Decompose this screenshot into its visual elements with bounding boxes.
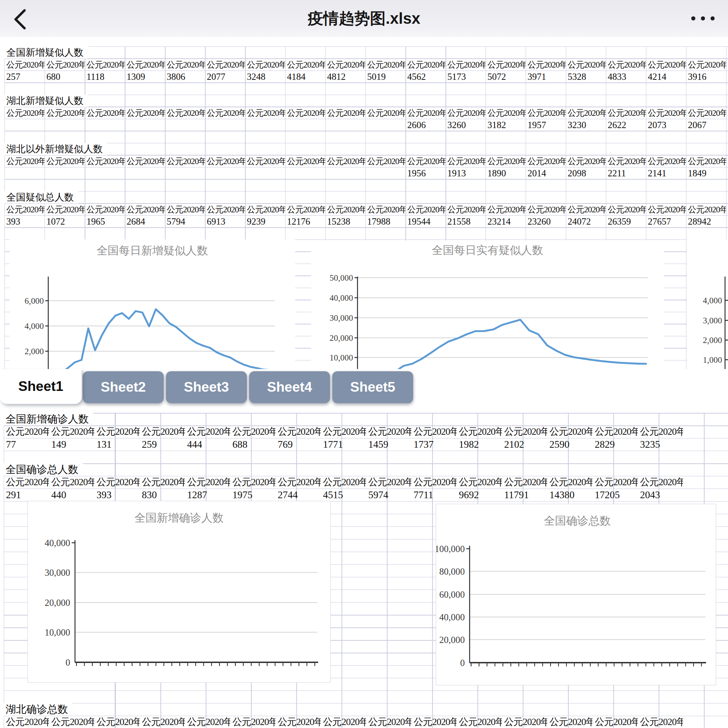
table-cell[interactable]: 公元2020年 [365, 107, 405, 119]
table-cell[interactable]: 公元2020年1月20日 [4, 425, 49, 438]
table-cell[interactable]: 5072 [486, 70, 526, 83]
table-cell[interactable] [44, 167, 85, 179]
table-cell[interactable]: 公元2020年 [321, 716, 366, 728]
table-cell[interactable]: 公元2020年 [139, 716, 185, 728]
table-cell[interactable]: 444 [185, 438, 230, 451]
table-cell[interactable]: 公元2020年 [686, 59, 726, 71]
table-cell[interactable]: 5019 [365, 70, 405, 83]
table-cell[interactable]: 公元2020年 [547, 425, 592, 438]
table-cell[interactable]: 公元2020年 [165, 107, 205, 119]
table-cell[interactable] [325, 119, 365, 131]
table-cell[interactable]: 公元2020年 [486, 155, 526, 167]
table-cell[interactable]: 公元2020年 [686, 107, 726, 119]
table-cell[interactable]: 公元2020年 [405, 107, 445, 119]
table-cell[interactable]: 公元2020年 [566, 107, 606, 119]
table-cell[interactable]: 公元2020年 [502, 476, 547, 489]
table-cell[interactable]: 3182 [486, 119, 526, 131]
table-cell[interactable]: 2 [726, 119, 728, 131]
back-icon[interactable] [12, 8, 28, 31]
table-cell[interactable] [5, 119, 44, 131]
table-cell[interactable]: 9239 [245, 215, 285, 228]
table-cell[interactable]: 公元2020年 [205, 59, 245, 71]
table-cell[interactable]: 2014 [526, 167, 566, 179]
table-cell[interactable]: 公元2020年 [49, 716, 94, 728]
table-cell[interactable]: 公元2020年 [185, 476, 230, 489]
table-cell[interactable]: 23214 [486, 215, 526, 228]
table-cell[interactable]: 公元2020年 [445, 203, 486, 216]
table-cell[interactable]: 4214 [646, 70, 686, 83]
table-cell[interactable] [165, 167, 205, 179]
table-cell[interactable]: 公元2020年 [125, 59, 165, 71]
tab-sheet2[interactable]: Sheet2 [83, 371, 164, 403]
table-cell[interactable]: 公元2020年 [205, 155, 245, 167]
more-options-icon[interactable] [691, 16, 715, 20]
table-cell[interactable]: 公元2020年 [5, 107, 44, 119]
table-cell[interactable]: 公元2020年 [275, 476, 321, 489]
table-cell[interactable]: 公元2020年 [85, 203, 125, 216]
table-cell[interactable]: 2744 [275, 489, 321, 501]
table-cell[interactable]: 公元2020年 [139, 476, 185, 489]
table-cell[interactable]: 公元2020年 [325, 203, 365, 216]
table-cell[interactable]: 440 [49, 489, 94, 501]
table-cell[interactable]: 公元2020年 [411, 716, 457, 728]
table-cell[interactable]: 28942 [686, 215, 726, 228]
table-cell[interactable]: 公元2020年 [726, 155, 728, 167]
table-cell[interactable]: 公元2020年 [85, 155, 125, 167]
table-cell[interactable]: 公元2020年 [94, 476, 139, 489]
table-cell[interactable]: 3230 [566, 119, 606, 131]
table-cell[interactable]: 830 [139, 489, 185, 501]
table-cell[interactable]: 9692 [457, 489, 502, 501]
table-cell[interactable]: 公元2020年1月20日 [4, 476, 49, 489]
table-cell[interactable]: 291 [4, 489, 49, 501]
table-cell[interactable]: 公元2020年 [125, 203, 165, 216]
table-cell[interactable]: 5173 [445, 70, 486, 83]
table-cell[interactable]: 公元2020年 [646, 203, 686, 216]
table-cell[interactable]: 公元2020年 [638, 476, 683, 489]
table-cell[interactable]: 2102 [502, 438, 547, 451]
table-cell[interactable]: 3235 [638, 438, 683, 451]
table-cell[interactable] [285, 167, 325, 179]
table-cell[interactable]: 26359 [606, 215, 646, 228]
table-cell[interactable]: 1287 [185, 489, 230, 501]
table-cell[interactable]: 公元2020年 [321, 476, 366, 489]
table-cell[interactable]: 1072 [44, 215, 85, 228]
table-cell[interactable]: 公元2020年 [445, 155, 486, 167]
table-cell[interactable]: 24072 [566, 215, 606, 228]
table-cell[interactable] [205, 167, 245, 179]
table-cell[interactable]: 公元2020年 [405, 155, 445, 167]
table-cell[interactable]: 3806 [165, 70, 205, 83]
table-cell[interactable]: 公元2020年1月20日 [4, 716, 49, 728]
table-cell[interactable]: 688 [230, 438, 275, 451]
table-cell[interactable]: 公元2020年 [646, 155, 686, 167]
table-cell[interactable]: 公元2020年 [125, 107, 165, 119]
table-cell[interactable]: 公元2020年 [606, 107, 646, 119]
table-cell[interactable] [125, 167, 165, 179]
table-cell[interactable]: 4 [726, 70, 728, 83]
table-cell[interactable]: 公元2020年 [245, 59, 285, 71]
table-cell[interactable]: 公元2020年 [592, 476, 638, 489]
table-cell[interactable] [205, 119, 245, 131]
table-cell[interactable]: 393 [5, 215, 44, 228]
table-cell[interactable]: 1459 [366, 438, 411, 451]
table-cell[interactable]: 公元2020年 [85, 107, 125, 119]
table-cell[interactable] [365, 119, 405, 131]
table-cell[interactable]: 公元2020年 [5, 59, 44, 71]
table-cell[interactable]: 公元2020年 [405, 203, 445, 216]
table-cell[interactable]: 21558 [445, 215, 486, 228]
table-cell[interactable]: 4833 [606, 70, 646, 83]
table-cell[interactable]: 公元2020年 [185, 716, 230, 728]
table-cell[interactable]: 5974 [366, 489, 411, 501]
table-cell[interactable]: 公元2020年 [285, 59, 325, 71]
table-cell[interactable]: 公元2020年 [486, 107, 526, 119]
table-cell[interactable]: 680 [44, 70, 85, 83]
table-cell[interactable]: 公元2020年 [245, 203, 285, 216]
table-cell[interactable]: 公元2020年 [566, 59, 606, 71]
table-cell[interactable]: 公元2020年 [486, 203, 526, 216]
table-cell[interactable]: 公元2020年 [49, 425, 94, 438]
table-cell[interactable]: 公元2020年 [230, 716, 275, 728]
table-cell[interactable]: 公元2020年 [686, 155, 726, 167]
table-cell[interactable]: 公元2020年 [205, 203, 245, 216]
table-cell[interactable]: 19544 [405, 215, 445, 228]
table-cell[interactable]: 公元2020年 [502, 425, 547, 438]
tab-sheet3[interactable]: Sheet3 [166, 371, 247, 403]
